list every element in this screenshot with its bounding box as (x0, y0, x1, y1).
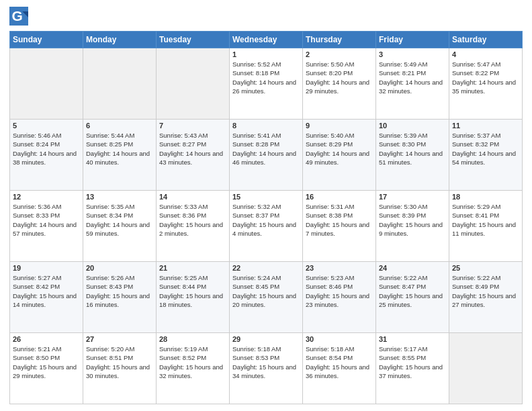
day-number: 3 (379, 50, 446, 58)
day-number: 17 (379, 193, 446, 201)
day-number: 15 (232, 193, 300, 201)
day-info: Sunrise: 5:22 AM Sunset: 8:49 PM Dayligh… (452, 273, 519, 309)
calendar-cell: 8Sunrise: 5:41 AM Sunset: 8:28 PM Daylig… (230, 120, 303, 191)
day-info: Sunrise: 5:21 AM Sunset: 8:50 PM Dayligh… (13, 345, 80, 380)
day-info: Sunrise: 5:26 AM Sunset: 8:43 PM Dayligh… (86, 273, 153, 309)
calendar-cell: 28Sunrise: 5:19 AM Sunset: 8:52 PM Dayli… (157, 333, 230, 404)
day-info: Sunrise: 5:47 AM Sunset: 8:22 PM Dayligh… (452, 60, 519, 95)
calendar-cell: 21Sunrise: 5:25 AM Sunset: 8:44 PM Dayli… (157, 262, 230, 333)
day-info: Sunrise: 5:33 AM Sunset: 8:36 PM Dayligh… (159, 202, 226, 238)
day-number: 10 (379, 122, 446, 130)
calendar-cell: 19Sunrise: 5:27 AM Sunset: 8:42 PM Dayli… (10, 262, 83, 333)
day-info: Sunrise: 5:17 AM Sunset: 8:55 PM Dayligh… (379, 345, 446, 380)
weekday-header-tuesday: Tuesday (157, 32, 230, 48)
day-number: 30 (306, 335, 373, 343)
day-info: Sunrise: 5:25 AM Sunset: 8:44 PM Dayligh… (159, 273, 226, 309)
day-info: Sunrise: 5:29 AM Sunset: 8:41 PM Dayligh… (452, 202, 519, 238)
calendar-cell: 5Sunrise: 5:46 AM Sunset: 8:24 PM Daylig… (10, 120, 83, 191)
day-info: Sunrise: 5:52 AM Sunset: 8:18 PM Dayligh… (232, 60, 300, 95)
calendar-cell: 26Sunrise: 5:21 AM Sunset: 8:50 PM Dayli… (10, 333, 83, 404)
day-info: Sunrise: 5:32 AM Sunset: 8:37 PM Dayligh… (232, 202, 300, 238)
day-info: Sunrise: 5:22 AM Sunset: 8:47 PM Dayligh… (379, 273, 446, 309)
weekday-header-sunday: Sunday (10, 32, 83, 48)
day-info: Sunrise: 5:46 AM Sunset: 8:24 PM Dayligh… (13, 131, 80, 167)
day-number: 23 (306, 264, 373, 272)
day-number: 19 (13, 264, 80, 272)
weekday-header-saturday: Saturday (449, 32, 523, 48)
day-number: 25 (452, 264, 519, 272)
day-number: 22 (232, 264, 300, 272)
day-number: 14 (159, 193, 226, 201)
day-number: 13 (86, 193, 153, 201)
calendar-cell: 1Sunrise: 5:52 AM Sunset: 8:18 PM Daylig… (230, 48, 303, 120)
day-info: Sunrise: 5:19 AM Sunset: 8:52 PM Dayligh… (159, 345, 226, 380)
day-number: 24 (379, 264, 446, 272)
day-info: Sunrise: 5:49 AM Sunset: 8:21 PM Dayligh… (379, 60, 446, 95)
day-number: 27 (86, 335, 153, 343)
calendar-cell (83, 48, 157, 120)
calendar-cell: 25Sunrise: 5:22 AM Sunset: 8:49 PM Dayli… (449, 262, 523, 333)
logo: G (9, 7, 31, 26)
day-number: 20 (86, 264, 153, 272)
day-info: Sunrise: 5:30 AM Sunset: 8:39 PM Dayligh… (379, 202, 446, 238)
day-number: 11 (452, 122, 519, 130)
day-number: 8 (232, 122, 300, 130)
day-info: Sunrise: 5:20 AM Sunset: 8:51 PM Dayligh… (86, 345, 153, 380)
week-row-3: 12Sunrise: 5:36 AM Sunset: 8:33 PM Dayli… (10, 191, 523, 262)
calendar-cell: 7Sunrise: 5:43 AM Sunset: 8:27 PM Daylig… (157, 120, 230, 191)
day-info: Sunrise: 5:50 AM Sunset: 8:20 PM Dayligh… (306, 60, 373, 95)
day-info: Sunrise: 5:41 AM Sunset: 8:28 PM Dayligh… (232, 131, 300, 167)
day-number: 21 (159, 264, 226, 272)
calendar-cell: 13Sunrise: 5:35 AM Sunset: 8:34 PM Dayli… (83, 191, 157, 262)
day-info: Sunrise: 5:31 AM Sunset: 8:38 PM Dayligh… (306, 202, 373, 238)
day-info: Sunrise: 5:27 AM Sunset: 8:42 PM Dayligh… (13, 273, 80, 309)
calendar-cell: 6Sunrise: 5:44 AM Sunset: 8:25 PM Daylig… (83, 120, 157, 191)
header: G (9, 7, 523, 26)
calendar-cell: 15Sunrise: 5:32 AM Sunset: 8:37 PM Dayli… (230, 191, 303, 262)
day-info: Sunrise: 5:40 AM Sunset: 8:29 PM Dayligh… (306, 131, 373, 167)
calendar-cell: 9Sunrise: 5:40 AM Sunset: 8:29 PM Daylig… (303, 120, 376, 191)
day-number: 9 (306, 122, 373, 130)
calendar-cell (10, 48, 83, 120)
day-number: 28 (159, 335, 226, 343)
calendar-table: SundayMondayTuesdayWednesdayThursdayFrid… (9, 31, 523, 404)
week-row-1: 1Sunrise: 5:52 AM Sunset: 8:18 PM Daylig… (10, 48, 523, 120)
weekday-header-row: SundayMondayTuesdayWednesdayThursdayFrid… (10, 32, 523, 48)
calendar-cell: 2Sunrise: 5:50 AM Sunset: 8:20 PM Daylig… (303, 48, 376, 120)
day-info: Sunrise: 5:44 AM Sunset: 8:25 PM Dayligh… (86, 131, 153, 167)
calendar-cell: 3Sunrise: 5:49 AM Sunset: 8:21 PM Daylig… (376, 48, 449, 120)
calendar-cell: 24Sunrise: 5:22 AM Sunset: 8:47 PM Dayli… (376, 262, 449, 333)
calendar-cell (449, 333, 523, 404)
page: G SundayMondayTuesdayWednesdayThursdayFr… (0, 0, 532, 411)
week-row-5: 26Sunrise: 5:21 AM Sunset: 8:50 PM Dayli… (10, 333, 523, 404)
day-info: Sunrise: 5:18 AM Sunset: 8:53 PM Dayligh… (232, 345, 300, 380)
calendar-cell: 18Sunrise: 5:29 AM Sunset: 8:41 PM Dayli… (449, 191, 523, 262)
weekday-header-monday: Monday (83, 32, 157, 48)
calendar-cell: 11Sunrise: 5:37 AM Sunset: 8:32 PM Dayli… (449, 120, 523, 191)
day-number: 18 (452, 193, 519, 201)
day-info: Sunrise: 5:18 AM Sunset: 8:54 PM Dayligh… (306, 345, 373, 380)
calendar-cell: 23Sunrise: 5:23 AM Sunset: 8:46 PM Dayli… (303, 262, 376, 333)
calendar-cell: 14Sunrise: 5:33 AM Sunset: 8:36 PM Dayli… (157, 191, 230, 262)
day-number: 12 (13, 193, 80, 201)
calendar-cell: 31Sunrise: 5:17 AM Sunset: 8:55 PM Dayli… (376, 333, 449, 404)
day-info: Sunrise: 5:37 AM Sunset: 8:32 PM Dayligh… (452, 131, 519, 167)
calendar-cell: 4Sunrise: 5:47 AM Sunset: 8:22 PM Daylig… (449, 48, 523, 120)
day-number: 29 (232, 335, 300, 343)
day-info: Sunrise: 5:43 AM Sunset: 8:27 PM Dayligh… (159, 131, 226, 167)
day-info: Sunrise: 5:35 AM Sunset: 8:34 PM Dayligh… (86, 202, 153, 238)
calendar-cell: 20Sunrise: 5:26 AM Sunset: 8:43 PM Dayli… (83, 262, 157, 333)
day-number: 5 (13, 122, 80, 130)
weekday-header-thursday: Thursday (303, 32, 376, 48)
weekday-header-friday: Friday (376, 32, 449, 48)
svg-text:G: G (12, 8, 23, 24)
calendar-cell: 27Sunrise: 5:20 AM Sunset: 8:51 PM Dayli… (83, 333, 157, 404)
day-number: 16 (306, 193, 373, 201)
calendar-cell: 16Sunrise: 5:31 AM Sunset: 8:38 PM Dayli… (303, 191, 376, 262)
calendar-cell: 30Sunrise: 5:18 AM Sunset: 8:54 PM Dayli… (303, 333, 376, 404)
day-info: Sunrise: 5:39 AM Sunset: 8:30 PM Dayligh… (379, 131, 446, 167)
calendar-cell: 22Sunrise: 5:24 AM Sunset: 8:45 PM Dayli… (230, 262, 303, 333)
day-info: Sunrise: 5:23 AM Sunset: 8:46 PM Dayligh… (306, 273, 373, 309)
day-number: 2 (306, 50, 373, 58)
calendar-cell: 17Sunrise: 5:30 AM Sunset: 8:39 PM Dayli… (376, 191, 449, 262)
